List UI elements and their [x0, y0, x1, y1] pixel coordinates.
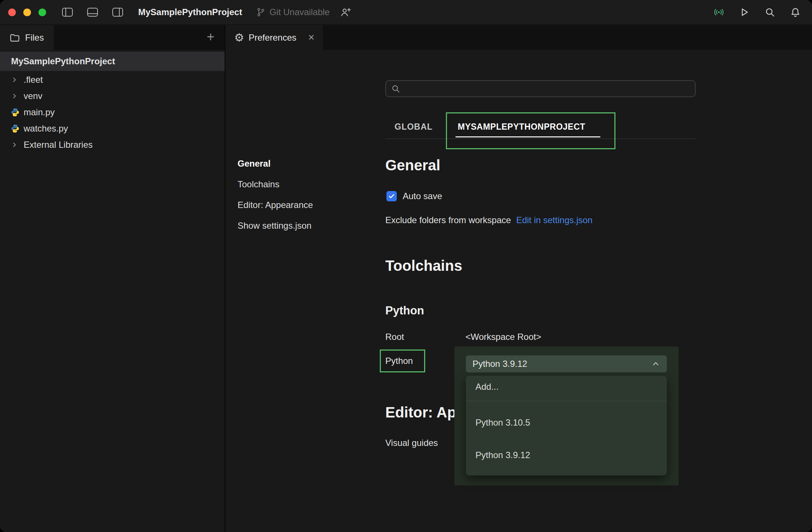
panel-toggles: [62, 7, 123, 17]
visual-guides-label: Visual guides: [385, 437, 438, 449]
nav-item-toolchains[interactable]: Toolchains: [238, 179, 313, 190]
general-heading: General: [385, 156, 440, 174]
menu-separator: [466, 401, 667, 401]
left-panel-toggle-icon[interactable]: [62, 7, 73, 17]
settings-search-box[interactable]: [385, 80, 696, 97]
auto-save-label: Auto save: [403, 191, 442, 201]
tree-item-fleet[interactable]: .fleet: [0, 72, 225, 88]
files-panel: Files + MySamplePythonProject .fleet ven…: [0, 25, 225, 532]
nav-item-general[interactable]: General: [238, 158, 313, 169]
window-title: MySamplePythonProject: [138, 7, 242, 17]
git-branch-icon: [256, 7, 266, 17]
root-label: Root: [385, 331, 404, 342]
editor-tab-strip: ⚙ Preferences ✕: [226, 25, 812, 50]
right-panel-toggle-icon[interactable]: [112, 7, 123, 17]
chevron-right-icon: [10, 76, 18, 84]
gear-icon: ⚙: [234, 32, 244, 43]
invite-collaborator-icon[interactable]: [341, 7, 351, 17]
notifications-bell-icon[interactable]: [789, 7, 801, 17]
toolbar-right: [713, 7, 801, 17]
python-file-icon: [10, 124, 20, 133]
python-section-heading: Python: [385, 304, 424, 318]
zoom-window-button[interactable]: [38, 8, 46, 16]
python-version-select-value: Python 3.9.12: [472, 359, 527, 369]
tree-item-label: watches.py: [24, 123, 68, 134]
python-version-select[interactable]: Python 3.9.12: [466, 355, 667, 372]
preferences-tab-label: Preferences: [249, 33, 296, 43]
python-setting-label: Python: [385, 355, 413, 366]
chevron-right-icon: [10, 92, 18, 100]
tree-item-label: .fleet: [24, 75, 43, 85]
python-version-menu: Add... Python 3.10.5 Python 3.9.12: [466, 376, 667, 475]
search-icon: [391, 84, 400, 93]
auto-save-row: Auto save: [386, 191, 442, 201]
tree-item-venv[interactable]: venv: [0, 88, 225, 104]
files-tab-label: Files: [25, 33, 44, 43]
python-file-icon: [10, 108, 20, 117]
run-icon[interactable]: [738, 7, 750, 17]
nav-item-editor-appearance[interactable]: Editor: Appearance: [238, 200, 313, 210]
tree-item-watches-py[interactable]: watches.py: [0, 120, 225, 137]
settings-nav: General Toolchains Editor: Appearance Sh…: [238, 158, 313, 231]
file-tree: .fleet venv main.py: [0, 72, 225, 153]
app-window: MySamplePythonProject Git Unavailable: [0, 0, 812, 532]
show-settings-json-link[interactable]: Show settings.json: [238, 221, 313, 231]
root-value: <Workspace Root>: [465, 331, 541, 342]
search-icon[interactable]: [764, 7, 775, 17]
project-root-label: MySamplePythonProject: [11, 56, 115, 66]
settings-search-input[interactable]: [404, 81, 695, 96]
add-tool-button[interactable]: +: [203, 30, 218, 44]
toolchains-heading: Toolchains: [385, 257, 462, 274]
title-bar: MySamplePythonProject Git Unavailable: [0, 0, 812, 25]
share-session-icon[interactable]: [713, 7, 724, 17]
chevron-right-icon: [10, 141, 18, 149]
preferences-tab[interactable]: ⚙ Preferences ✕: [226, 25, 323, 50]
close-tab-icon[interactable]: ✕: [308, 33, 315, 42]
git-status[interactable]: Git Unavailable: [256, 7, 330, 17]
sidebar-tab-strip: Files +: [0, 25, 225, 50]
tree-item-label: venv: [24, 91, 42, 101]
scope-tab-global[interactable]: GLOBAL: [395, 119, 433, 134]
git-status-label: Git Unavailable: [269, 7, 330, 17]
menu-item-python-3-9-12[interactable]: Python 3.9.12: [466, 446, 667, 464]
menu-item-python-3-10-5[interactable]: Python 3.10.5: [466, 413, 667, 432]
preferences-page: GLOBAL MYSAMPLEPYTHONPROJECT General Too…: [226, 50, 812, 532]
close-window-button[interactable]: [8, 8, 16, 16]
menu-item-add[interactable]: Add...: [466, 378, 667, 396]
exclude-folders-row: Exclude folders from workspace Edit in s…: [385, 215, 593, 226]
files-tab[interactable]: Files: [0, 25, 54, 50]
traffic-lights: [8, 8, 46, 16]
minimize-window-button[interactable]: [23, 8, 31, 16]
bottom-panel-toggle-icon[interactable]: [87, 7, 98, 17]
tree-item-label: External Libraries: [24, 140, 93, 150]
chevron-up-icon: [651, 359, 660, 368]
exclude-folders-label: Exclude folders from workspace: [385, 215, 511, 225]
tree-item-main-py[interactable]: main.py: [0, 104, 225, 120]
tree-item-label: main.py: [24, 107, 55, 117]
project-root-row[interactable]: MySamplePythonProject: [0, 52, 225, 71]
folder-icon: [10, 33, 20, 42]
python-dropdown-highlight: Python 3.9.12 Add... Python 3.10.5 Pytho…: [454, 347, 679, 485]
auto-save-checkbox[interactable]: [386, 191, 397, 201]
active-scope-underline: [456, 136, 600, 137]
scope-tabs-rule: [385, 139, 696, 139]
edit-settings-json-link[interactable]: Edit in settings.json: [516, 215, 593, 225]
scope-tab-project[interactable]: MYSAMPLEPYTHONPROJECT: [458, 119, 585, 134]
tree-item-external-libraries[interactable]: External Libraries: [0, 137, 225, 153]
